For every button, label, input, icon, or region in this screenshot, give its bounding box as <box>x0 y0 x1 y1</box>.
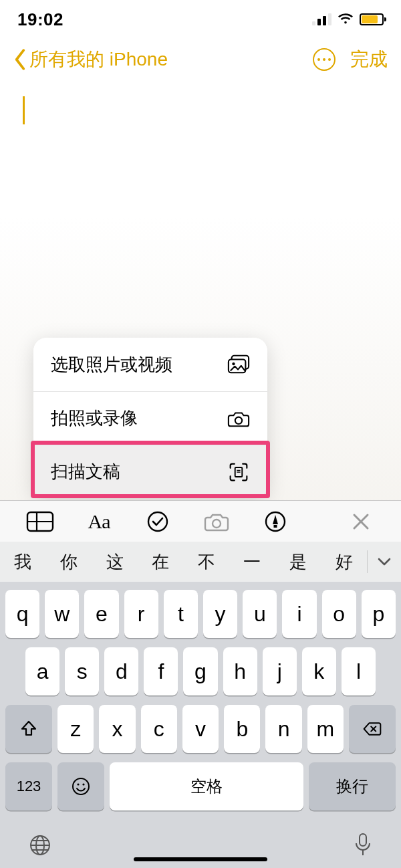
status-time: 19:02 <box>17 9 63 30</box>
menu-choose-photo[interactable]: 选取照片或视频 <box>33 338 267 391</box>
key-i[interactable]: i <box>282 590 316 638</box>
svg-point-10 <box>148 512 167 531</box>
format-toolbar: Aa <box>0 500 401 542</box>
chevron-left-icon <box>13 48 27 71</box>
text-cursor <box>23 96 25 124</box>
dictation-key[interactable] <box>353 832 373 859</box>
done-button[interactable]: 完成 <box>350 47 388 72</box>
table-button[interactable] <box>20 511 60 532</box>
close-toolbar-button[interactable] <box>341 512 381 531</box>
suggestion[interactable]: 这 <box>92 550 138 574</box>
key-c[interactable]: c <box>141 705 177 753</box>
wifi-icon <box>338 12 353 27</box>
key-h[interactable]: h <box>223 647 257 695</box>
svg-point-11 <box>213 520 221 528</box>
suggestion-bar: 我 你 这 在 不 一 是 好 <box>0 542 401 582</box>
checkmark-circle-icon <box>146 510 169 533</box>
svg-point-18 <box>73 778 89 794</box>
note-editor[interactable] <box>0 80 401 140</box>
more-button[interactable] <box>313 48 336 71</box>
key-w[interactable]: w <box>45 590 79 638</box>
close-icon <box>352 512 370 531</box>
key-n[interactable]: n <box>265 705 301 753</box>
back-button[interactable]: 所有我的 iPhone <box>13 47 168 72</box>
return-key[interactable]: 换行 <box>309 762 396 810</box>
backspace-key[interactable] <box>349 705 396 753</box>
checklist-button[interactable] <box>138 510 178 533</box>
key-v[interactable]: v <box>182 705 219 753</box>
key-s[interactable]: s <box>65 647 99 695</box>
chevron-down-icon <box>377 557 392 566</box>
svg-point-20 <box>82 783 84 785</box>
photo-library-icon <box>227 354 250 374</box>
status-bar: 19:02 <box>0 0 401 39</box>
svg-point-2 <box>232 362 235 365</box>
camera-icon <box>203 511 230 532</box>
nav-bar: 所有我的 iPhone 完成 <box>0 39 401 80</box>
emoji-icon <box>71 776 91 796</box>
home-indicator[interactable] <box>134 857 267 861</box>
key-r[interactable]: r <box>124 590 158 638</box>
status-right <box>312 12 384 27</box>
svg-point-3 <box>235 417 242 423</box>
key-t[interactable]: t <box>164 590 198 638</box>
suggestion[interactable]: 在 <box>138 550 184 574</box>
suggestion[interactable]: 好 <box>321 550 367 574</box>
key-q[interactable]: q <box>5 590 39 638</box>
suggestion[interactable]: 你 <box>46 550 92 574</box>
svg-rect-13 <box>274 525 277 528</box>
key-x[interactable]: x <box>99 705 135 753</box>
menu-label: 选取照片或视频 <box>51 353 172 376</box>
menu-scan-document[interactable]: 扫描文稿 <box>33 445 267 498</box>
space-key[interactable]: 空格 <box>110 762 303 810</box>
globe-icon <box>28 833 52 857</box>
key-b[interactable]: b <box>224 705 260 753</box>
expand-suggestions[interactable] <box>368 557 401 566</box>
svg-rect-24 <box>360 834 366 846</box>
scan-icon <box>227 462 250 482</box>
keyboard-footer <box>5 820 396 863</box>
shift-icon <box>19 719 39 739</box>
camera-button[interactable] <box>196 511 237 532</box>
key-m[interactable]: m <box>307 705 344 753</box>
menu-label: 拍照或录像 <box>51 407 138 430</box>
key-k[interactable]: k <box>302 647 336 695</box>
key-f[interactable]: f <box>144 647 178 695</box>
camera-icon <box>227 409 250 429</box>
keyboard: q w e r t y u i o p a s d f g h j k l z <box>0 582 401 868</box>
key-y[interactable]: y <box>203 590 237 638</box>
backspace-icon <box>362 719 382 739</box>
markup-button[interactable] <box>255 510 295 533</box>
key-u[interactable]: u <box>243 590 277 638</box>
key-p[interactable]: p <box>362 590 396 638</box>
aa-icon: Aa <box>88 510 110 533</box>
globe-key[interactable] <box>28 833 52 857</box>
emoji-key[interactable] <box>57 762 104 810</box>
suggestion[interactable]: 不 <box>184 550 230 574</box>
suggestion[interactable]: 一 <box>229 550 275 574</box>
table-icon <box>26 511 54 532</box>
shift-key[interactable] <box>5 705 52 753</box>
key-z[interactable]: z <box>57 705 94 753</box>
cellular-icon <box>312 13 331 25</box>
numeric-key[interactable]: 123 <box>5 762 52 810</box>
key-j[interactable]: j <box>263 647 297 695</box>
back-label: 所有我的 iPhone <box>29 47 168 72</box>
text-style-button[interactable]: Aa <box>79 510 119 533</box>
pen-circle-icon <box>264 510 287 533</box>
battery-icon <box>360 13 384 25</box>
menu-take-photo[interactable]: 拍照或录像 <box>33 391 267 445</box>
key-g[interactable]: g <box>183 647 217 695</box>
attach-menu: 选取照片或视频 拍照或录像 扫描文稿 <box>33 338 267 498</box>
suggestion[interactable]: 我 <box>0 550 46 574</box>
mic-icon <box>353 832 373 859</box>
key-l[interactable]: l <box>342 647 376 695</box>
key-o[interactable]: o <box>322 590 356 638</box>
suggestion[interactable]: 是 <box>275 550 321 574</box>
menu-label: 扫描文稿 <box>51 460 120 483</box>
key-d[interactable]: d <box>104 647 138 695</box>
svg-point-19 <box>77 783 79 785</box>
key-e[interactable]: e <box>84 590 118 638</box>
key-a[interactable]: a <box>25 647 59 695</box>
